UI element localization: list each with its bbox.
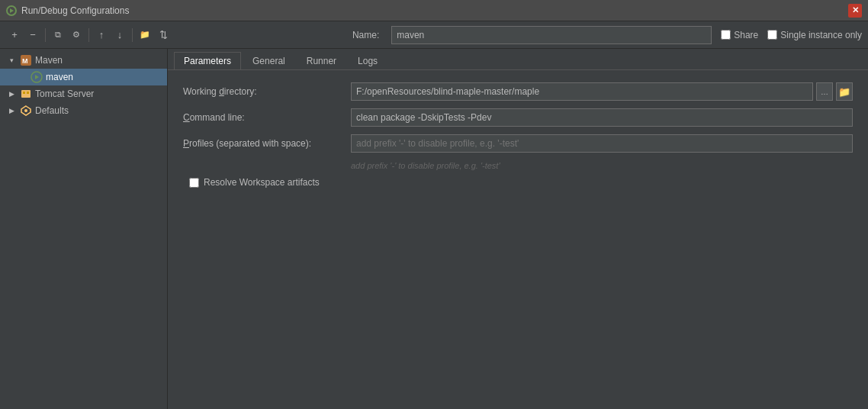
tab-runner[interactable]: Runner	[297, 52, 346, 69]
tomcat-icon	[20, 88, 32, 100]
name-label: Name:	[352, 30, 379, 40]
defaults-label: Defaults	[35, 105, 69, 116]
working-directory-folder-button[interactable]: 📁	[836, 82, 853, 101]
profiles-label: Profiles (separated with space):	[183, 138, 351, 149]
svg-marker-5	[35, 75, 39, 79]
move-down-button[interactable]: ↓	[111, 27, 128, 43]
close-button[interactable]: ✕	[848, 4, 862, 18]
tomcat-label: Tomcat Server	[35, 89, 94, 99]
sidebar: ▾ M Maven maven ▶	[0, 49, 168, 409]
sidebar-item-maven-group[interactable]: ▾ M Maven	[0, 52, 167, 69]
tomcat-arrow: ▶	[6, 89, 17, 99]
toolbar: + − ⧉ ⚙ ↑ ↓ 📁 ⇅ Name: Share Single insta…	[0, 21, 868, 49]
single-instance-checkbox-label[interactable]: Single instance only	[767, 30, 862, 40]
maven-group-label: Maven	[35, 55, 63, 66]
toolbar-separator-1	[45, 28, 46, 42]
command-line-row: Command line:	[183, 108, 853, 127]
maven-group-arrow: ▾	[6, 55, 17, 66]
resolve-workspace-row: Resolve Workspace artifacts	[183, 177, 853, 188]
working-directory-input[interactable]	[351, 82, 813, 101]
toolbar-separator-3	[132, 28, 133, 42]
add-button[interactable]: +	[6, 27, 23, 43]
maven-group-icon: M	[20, 54, 32, 66]
main-layout: ▾ M Maven maven ▶	[0, 49, 868, 409]
svg-marker-1	[10, 8, 14, 13]
title-bar: Run/Debug Configurations ✕	[0, 0, 868, 21]
title-bar-left: Run/Debug Configurations	[6, 5, 129, 16]
tabs-bar: Parameters General Runner Logs	[168, 49, 868, 70]
resolve-workspace-checkbox[interactable]	[189, 178, 199, 188]
profiles-row: Profiles (separated with space):	[183, 134, 853, 153]
svg-rect-8	[27, 92, 29, 94]
move-up-button[interactable]: ↑	[93, 27, 110, 43]
copy-button[interactable]: ⧉	[50, 27, 66, 43]
profiles-hint-row: add prefix '-' to disable profile, e.g. …	[183, 160, 853, 171]
svg-rect-7	[23, 92, 25, 94]
sidebar-item-tomcat[interactable]: ▶ Tomcat Server	[0, 85, 167, 102]
profiles-input-wrapper	[351, 134, 853, 153]
sidebar-item-maven[interactable]: maven	[0, 69, 167, 85]
command-line-input-wrapper	[351, 108, 853, 127]
working-directory-row: Working directory: … 📁	[183, 82, 853, 101]
profiles-hint-text: add prefix '-' to disable profile, e.g. …	[183, 161, 500, 170]
command-line-input[interactable]	[351, 108, 853, 127]
sidebar-item-defaults[interactable]: ▶ Defaults	[0, 102, 167, 119]
toolbar-separator-2	[88, 28, 89, 42]
maven-item-icon	[31, 71, 43, 83]
content-area: Parameters General Runner Logs Working d…	[168, 49, 868, 409]
maven-item-arrow	[17, 72, 27, 82]
working-directory-input-wrapper: … 📁	[351, 82, 853, 101]
svg-text:M: M	[22, 57, 28, 65]
single-instance-checkbox[interactable]	[767, 30, 777, 40]
window-title: Run/Debug Configurations	[21, 5, 129, 16]
svg-rect-6	[21, 90, 31, 98]
command-line-label: Command line:	[183, 112, 351, 123]
parameters-form: Working directory: … 📁 Command line: Pro…	[168, 70, 868, 409]
share-checkbox-label[interactable]: Share	[721, 30, 758, 40]
working-directory-browse-button[interactable]: …	[816, 82, 833, 101]
tab-general[interactable]: General	[243, 52, 295, 69]
share-checkbox[interactable]	[721, 30, 731, 40]
tab-parameters[interactable]: Parameters	[174, 52, 241, 69]
working-directory-label: Working directory:	[183, 86, 351, 97]
name-input[interactable]	[391, 26, 712, 44]
folder-button[interactable]: 📁	[137, 27, 153, 43]
remove-button[interactable]: −	[24, 27, 41, 43]
resolve-workspace-label: Resolve Workspace artifacts	[204, 177, 320, 188]
svg-point-10	[24, 109, 27, 112]
settings-button[interactable]: ⚙	[68, 27, 85, 43]
defaults-arrow: ▶	[6, 105, 17, 116]
sort-button[interactable]: ⇅	[155, 27, 172, 43]
app-icon	[6, 5, 17, 16]
maven-item-label: maven	[46, 72, 73, 82]
defaults-icon	[20, 105, 32, 117]
toolbar-right: Name: Share Single instance only	[352, 26, 862, 44]
profiles-input[interactable]	[351, 134, 853, 153]
tab-logs[interactable]: Logs	[348, 52, 387, 69]
